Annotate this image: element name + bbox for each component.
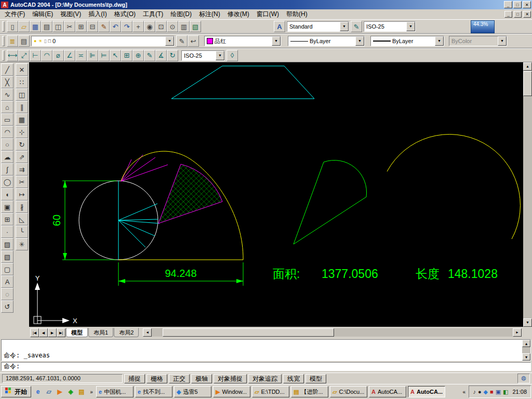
dropdown-arrow-icon[interactable]: ▼ [216, 51, 224, 60]
toolbar-handle[interactable] [2, 50, 5, 61]
task-autocad-1[interactable]: AAutoCA... [369, 386, 406, 397]
stretch-icon[interactable]: ⇉ [16, 163, 28, 176]
quick-launch-overflow-icon[interactable]: » [88, 387, 95, 397]
tab-next-icon[interactable]: ▶ [48, 328, 57, 337]
linear-dimension-icon[interactable]: ⟷ [7, 50, 18, 61]
revision-cloud-icon[interactable]: ☁ [1, 151, 14, 163]
toggle-osnap[interactable]: 对象捕捉 [214, 374, 247, 383]
dropdown-arrow-icon[interactable]: ▼ [165, 36, 174, 46]
rotate-icon[interactable]: ↻ [16, 138, 28, 151]
construction-line-icon[interactable]: ╳ [1, 76, 14, 88]
toggle-otrack[interactable]: 对象追踪 [248, 374, 282, 383]
color-combo[interactable]: 品红 ▼ [204, 36, 281, 46]
cut-icon[interactable]: ✂ [64, 21, 75, 32]
ordinate-dimension-icon[interactable]: ⊢ [30, 50, 41, 61]
dim-style-combo[interactable]: ISO-25 ▼ [364, 21, 416, 32]
toggle-polar[interactable]: 极轴 [191, 374, 212, 383]
ellipse-icon[interactable]: ◯ [1, 176, 14, 188]
draw-extra-2-icon[interactable]: ↺ [1, 300, 14, 313]
messenger-icon[interactable]: ◈ [65, 387, 76, 397]
task-thunder[interactable]: ◈迅雷5 [174, 386, 211, 397]
copy-object-icon[interactable]: ∷ [16, 76, 28, 88]
coordinates-display[interactable]: 1288.2591, 467.1031, 0.0000 [2, 374, 123, 383]
toolbar-handle[interactable] [2, 36, 5, 46]
baseline-dimension-icon[interactable]: ⊫ [87, 50, 98, 61]
explode-icon[interactable]: ✳ [16, 238, 28, 250]
aligned-dimension-icon[interactable]: ⤢ [18, 50, 30, 61]
make-block-icon[interactable]: ⊞ [1, 213, 14, 225]
command-history[interactable]: 命令: _saveas ▲ ▼ [1, 339, 531, 361]
trim-icon[interactable]: ✂ [16, 176, 28, 188]
dropdown-arrow-icon[interactable]: ▼ [406, 22, 415, 31]
center-mark-icon[interactable]: ⊕ [132, 50, 144, 61]
menu-format[interactable]: 格式(O) [111, 9, 139, 20]
multiline-text-icon[interactable]: A [1, 275, 14, 288]
dimension-text-edit-icon[interactable]: ∡ [155, 50, 167, 61]
scroll-up-icon[interactable]: ▲ [523, 62, 532, 71]
taskbar-clock[interactable]: 21:08 [512, 389, 527, 395]
scroll-right-icon[interactable]: ► [513, 328, 522, 337]
dropdown-arrow-icon[interactable]: ▼ [435, 36, 444, 46]
task-browser-2[interactable]: e找不到... [135, 386, 172, 397]
scroll-down-icon[interactable]: ▼ [523, 318, 532, 327]
start-button[interactable]: 开始 [1, 386, 31, 397]
zoom-window-icon[interactable]: ⊡ [155, 21, 167, 32]
polyline-icon[interactable]: ∿ [1, 88, 14, 101]
radius-dimension-icon[interactable]: ◠ [41, 50, 52, 61]
extend-icon[interactable]: ↦ [16, 188, 28, 201]
rectangle-icon[interactable]: ▭ [1, 113, 14, 126]
task-document[interactable]: ▤【进阶... [291, 386, 328, 397]
zoom-realtime-icon[interactable]: ◉ [144, 21, 155, 32]
vertical-scrollbar[interactable]: ▲ ▼ [523, 62, 532, 327]
tab-last-icon[interactable]: ▶| [57, 328, 65, 337]
ie-icon[interactable]: e [33, 387, 43, 397]
task-media-player[interactable]: ▶Window... [213, 386, 250, 397]
mdi-restore-button[interactable]: □ [514, 11, 522, 18]
gradient-icon[interactable]: ▧ [1, 250, 14, 263]
save-icon[interactable]: ▦ [30, 21, 41, 32]
erase-icon[interactable]: ✕ [16, 63, 28, 76]
scroll-down-icon[interactable]: ▼ [522, 353, 530, 361]
tolerance-icon[interactable]: ⊞ [121, 50, 132, 61]
layer-combo[interactable]: ●☀▯□ 0 ▼ [31, 36, 175, 46]
layer-previous-icon[interactable]: ↩ [188, 35, 199, 47]
antivirus-icon[interactable]: ■ [490, 389, 494, 395]
zoom-previous-icon[interactable]: ⊙ [167, 21, 178, 32]
tab-first-icon[interactable]: |◀ [30, 328, 39, 337]
qq-icon[interactable]: ● [478, 389, 482, 395]
mirror-icon[interactable]: ◫ [16, 88, 28, 101]
fillet-icon[interactable]: ╰ [16, 225, 28, 238]
tab-prev-icon[interactable]: ◀ [39, 328, 48, 337]
close-button[interactable]: ✕ [523, 1, 531, 8]
mdi-minimize-button[interactable]: _ [504, 11, 512, 18]
toggle-lineweight[interactable]: 线宽 [283, 374, 304, 383]
chamfer-icon[interactable]: ◺ [16, 213, 28, 225]
menu-window[interactable]: 窗口(W) [253, 9, 283, 20]
offset-icon[interactable]: ∥ [16, 101, 28, 113]
scroll-left-icon[interactable]: ◄ [143, 328, 152, 337]
volume-icon[interactable]: ♪ [473, 389, 476, 395]
menu-edit[interactable]: 编辑(E) [29, 9, 57, 20]
menu-modify[interactable]: 修改(M) [224, 9, 253, 20]
task-folder-1[interactable]: ▱E:\TDD... [252, 386, 289, 397]
thunder-tray-icon[interactable]: ◆ [484, 389, 488, 395]
toggle-ortho[interactable]: 正交 [169, 374, 190, 383]
arc-icon[interactable]: ◠ [1, 126, 14, 138]
maximize-button[interactable]: □ [513, 1, 522, 8]
toolbar-handle[interactable] [2, 21, 5, 32]
menu-tools[interactable]: 工具(T) [139, 9, 167, 20]
paste-icon[interactable]: ⊟ [87, 21, 98, 32]
minimize-button[interactable]: _ [504, 1, 512, 8]
mdi-close-button[interactable]: ✕ [523, 11, 531, 18]
plot-icon[interactable]: ▤ [41, 21, 52, 32]
horizontal-scroll-thumb[interactable] [163, 328, 334, 337]
make-object-layer-current-icon[interactable]: ✎ [176, 35, 188, 47]
point-icon[interactable]: ∙ [1, 225, 14, 238]
undo-icon[interactable]: ↶ [110, 21, 121, 32]
pan-icon[interactable]: + [132, 21, 144, 32]
line-icon[interactable]: ╱ [1, 63, 14, 76]
hatch-icon[interactable]: ▨ [1, 238, 14, 250]
dimension-style-combo[interactable]: ISO-25 ▼ [181, 50, 225, 61]
match-properties-icon[interactable]: ✎ [98, 21, 110, 32]
explorer-icon[interactable]: ▤ [76, 387, 87, 397]
